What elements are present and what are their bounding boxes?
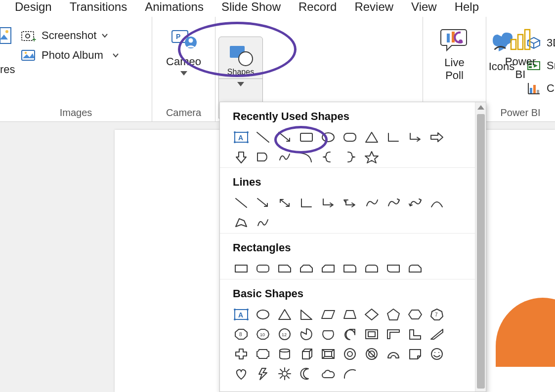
shape-left-brace[interactable]	[320, 150, 337, 164]
shape-rounded-rect[interactable]	[342, 130, 358, 145]
photo-album-button[interactable]: Photo Album	[21, 45, 149, 65]
shape-basic-textbox[interactable]: A	[233, 307, 250, 322]
shape-basic-bevel[interactable]	[320, 347, 337, 361]
shape-basic-heptagon[interactable]: 7	[428, 307, 445, 322]
shape-rectangle[interactable]	[298, 130, 315, 145]
shape-basic-cube[interactable]	[298, 347, 315, 361]
svg-point-57	[234, 318, 236, 320]
shape-down-arrow[interactable]	[233, 150, 250, 164]
shape-right-brace[interactable]	[342, 150, 358, 164]
shape-basic-folded-corner[interactable]	[407, 347, 424, 361]
shape-basic-arc[interactable]	[342, 366, 358, 381]
shape-basic-diagonal-stripe[interactable]	[428, 327, 445, 342]
svg-line-109	[287, 369, 289, 371]
shape-basic-cloud[interactable]	[320, 366, 337, 381]
shape-rect-6[interactable]	[342, 261, 358, 276]
shape-rect-8[interactable]	[385, 261, 402, 276]
shape-basic-dodecagon[interactable]: 12	[276, 327, 293, 342]
shape-curve-1[interactable]	[363, 196, 380, 210]
shape-triangle[interactable]	[363, 130, 380, 145]
shape-curve-4[interactable]	[428, 196, 445, 210]
shapes-gallery-scrollbar[interactable]	[475, 102, 486, 392]
screenshot-button[interactable]: + Screenshot	[21, 26, 149, 45]
shape-basic-sun[interactable]	[276, 366, 293, 381]
shape-basic-frame[interactable]	[363, 327, 380, 342]
shape-curve-2[interactable]	[385, 196, 402, 210]
shape-arc[interactable]	[298, 150, 315, 164]
shape-basic-l-shape[interactable]	[407, 327, 424, 342]
shape-basic-oval[interactable]	[255, 307, 271, 322]
shape-curve-3[interactable]	[407, 196, 424, 210]
shape-rect-3[interactable]	[276, 261, 293, 276]
shape-basic-right-triangle[interactable]	[298, 307, 315, 322]
shape-scribble-2[interactable]	[255, 215, 271, 230]
shape-basic-pie[interactable]	[298, 327, 315, 342]
power-bi-button[interactable]: Power BI	[486, 17, 555, 81]
shape-line-simple[interactable]	[233, 196, 250, 210]
svg-rect-0	[0, 28, 11, 43]
shape-line-double-arrow[interactable]	[276, 196, 293, 210]
shape-elbow-2[interactable]	[320, 196, 337, 210]
shape-elbow-1[interactable]	[298, 196, 315, 210]
tab-view[interactable]: View	[411, 0, 437, 14]
shape-elbow-connector[interactable]	[385, 130, 402, 145]
shape-rect-5[interactable]	[320, 261, 337, 276]
ribbon-group-powerbi: Power BI Power BI	[486, 17, 555, 121]
shape-scribble[interactable]	[276, 150, 293, 164]
scroll-thumb[interactable]	[477, 114, 485, 389]
shape-rect-7[interactable]	[363, 261, 380, 276]
shape-elbow-arrow[interactable]	[407, 130, 424, 145]
svg-point-34	[234, 131, 236, 133]
shape-basic-trapezoid[interactable]	[342, 307, 358, 322]
shape-star[interactable]	[363, 150, 380, 164]
tab-transitions[interactable]: Transitions	[70, 0, 127, 14]
shape-basic-half-frame[interactable]	[385, 327, 402, 342]
shape-right-arrow[interactable]	[428, 130, 445, 145]
tab-record[interactable]: Record	[299, 0, 337, 14]
shape-basic-decagon[interactable]: 10	[255, 327, 271, 342]
ribbon-group-camera: P Cameo Camera	[152, 17, 215, 121]
shape-basic-pentagon[interactable]	[385, 307, 402, 322]
shape-rect-9[interactable]	[407, 261, 424, 276]
slide-orange-shape[interactable]	[496, 298, 555, 367]
shape-basic-hexagon[interactable]	[407, 307, 424, 322]
shape-basic-moon[interactable]	[298, 366, 315, 381]
scroll-up-icon[interactable]	[477, 105, 484, 110]
shape-basic-heart[interactable]	[233, 366, 250, 381]
shape-basic-diamond[interactable]	[363, 307, 380, 322]
shape-basic-triangle[interactable]	[276, 307, 293, 322]
shape-basic-block-arc[interactable]	[385, 347, 402, 361]
shape-text-box[interactable]: A	[233, 130, 250, 145]
shape-basic-smiley[interactable]	[428, 347, 445, 361]
shape-basic-teardrop[interactable]	[342, 327, 358, 342]
live-poll-button[interactable]: Live Poll	[423, 17, 486, 82]
shape-line[interactable]	[255, 130, 271, 145]
shape-basic-parallelogram[interactable]	[320, 307, 337, 322]
tab-help[interactable]: Help	[455, 0, 479, 14]
shape-basic-chord[interactable]	[320, 327, 337, 342]
tab-animations[interactable]: Animations	[145, 0, 204, 14]
cameo-label: Cameo	[166, 55, 201, 68]
shape-basic-plaque[interactable]	[255, 347, 271, 361]
shape-freeform[interactable]	[233, 215, 250, 230]
shape-elbow-3[interactable]	[342, 196, 358, 210]
tab-slide-show[interactable]: Slide Show	[221, 0, 281, 14]
svg-marker-1	[0, 35, 8, 39]
shape-rect-1[interactable]	[233, 261, 250, 276]
shape-rect-4[interactable]	[298, 261, 315, 276]
shape-basic-lightning[interactable]	[255, 366, 271, 381]
shape-line-arrow-2[interactable]	[255, 196, 271, 210]
shape-basic-octagon[interactable]: 8	[233, 327, 250, 342]
picture-icon[interactable]	[0, 26, 14, 47]
shape-basic-can[interactable]	[276, 347, 293, 361]
cameo-button[interactable]: P Cameo	[152, 17, 215, 76]
shape-oval[interactable]	[320, 130, 337, 145]
shape-line-arrow[interactable]	[276, 130, 293, 145]
tab-review[interactable]: Review	[354, 0, 393, 14]
shape-basic-donut[interactable]	[342, 347, 358, 361]
shape-rect-2[interactable]	[255, 261, 271, 276]
shape-basic-no-symbol[interactable]	[363, 347, 380, 361]
tab-design[interactable]: Design	[15, 0, 52, 14]
shape-basic-plus[interactable]	[233, 347, 250, 361]
shape-flowchart-delay[interactable]	[255, 150, 271, 164]
